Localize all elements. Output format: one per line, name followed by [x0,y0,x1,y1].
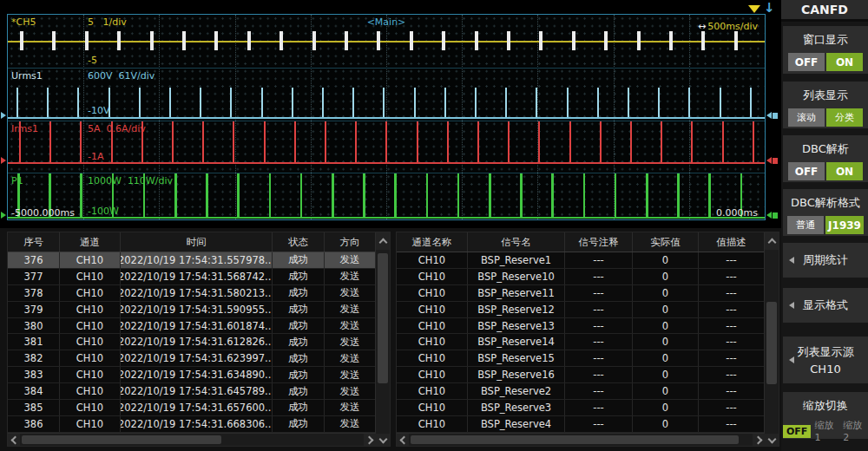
menu-display-format[interactable]: 显示格式 [783,288,868,323]
frame-row[interactable]: 383CH102022/10/19 17:54:31.634890...成功发送 [8,367,376,383]
list-scroll-button[interactable]: 滚动 [788,108,825,127]
table-cell: 379 [8,302,60,317]
signal-row[interactable]: CH10BSP_Reserve14---0--- [397,334,765,350]
frame-row[interactable]: 381CH102022/10/19 17:54:31.612826...成功发送 [8,334,376,350]
horizontal-scroll-thumb[interactable] [411,435,739,444]
signal-row[interactable]: CH10BSP_Reserve15---0--- [397,350,765,367]
scroll-up-button[interactable] [765,232,779,250]
trigger-arrow-icon[interactable]: ↓ [764,2,775,14]
trigger-position-marker[interactable] [748,5,760,13]
frame-row[interactable]: 385CH102022/10/19 17:54:31.657600...成功发送 [8,400,376,416]
sidebar-canfd-menu: CANFD 窗口显示 OFF ON 列表显示 滚动 分类 DBC解析 OFF O… [781,0,868,451]
column-header: 实际值 [633,232,699,252]
scroll-left-button[interactable] [397,434,409,446]
zoom1-button[interactable]: 缩放1 [814,419,839,443]
scroll-up-button[interactable] [376,232,390,250]
signal-row[interactable]: CH10BSP_Reserve16---0--- [397,367,765,383]
table-cell: 发送 [325,318,376,334]
frame-row[interactable]: 378CH102022/10/19 17:54:31.580213...成功发送 [8,285,376,302]
frame-row[interactable]: 386CH102022/10/19 17:54:31.668306...成功发送 [8,416,376,433]
channel-label-irms1: Irms1 [11,123,38,134]
table-cell: 385 [8,400,60,415]
table-cell: 0 [633,269,699,284]
table-cell: CH10 [397,269,468,284]
signal-row[interactable]: CH10BSP_Reserve1---0--- [397,252,765,269]
waveform-spike [345,31,348,50]
scroll-down-button[interactable] [376,434,390,446]
waveform-spike [417,121,418,162]
window-display-on-button[interactable]: ON [826,53,863,71]
table-cell: --- [565,383,633,399]
frame-row[interactable]: 384CH102022/10/19 17:54:31.645789...成功发送 [8,383,376,400]
dbc-decode-off-button[interactable]: OFF [788,162,825,180]
vertical-scrollbar[interactable] [764,232,779,434]
frame-row[interactable]: 379CH102022/10/19 17:54:31.590955...成功发送 [8,302,376,318]
signal-row[interactable]: CH10BSP_Reserve4---0--- [397,416,765,433]
waveform-spike [475,31,478,50]
table-cell: --- [699,416,765,432]
table-cell: 2022/10/19 17:54:31.557978... [121,252,273,268]
signal-row[interactable]: CH10BSP_Reserve2---0--- [397,383,765,400]
waveform-spike [551,173,554,217]
zoom2-button[interactable]: 缩放2 [843,419,868,443]
waveform-spike [720,88,721,117]
dbc-decode-on-button[interactable]: ON [826,162,863,180]
vertical-scroll-thumb[interactable] [378,253,388,383]
menu-list-source[interactable]: 列表显示源 CH10 [783,337,868,383]
signal-row[interactable]: CH10BSP_Reserve10---0--- [397,269,765,285]
table-cell: 0 [633,302,699,317]
waveform-spike [489,173,491,217]
list-classify-button[interactable]: 分类 [826,108,863,127]
table-cell: 发送 [325,285,376,301]
waveform-spike [355,121,357,162]
signal-row[interactable]: CH10BSP_Reserve3---0--- [397,400,765,416]
vertical-scrollbar[interactable] [375,232,390,434]
urms1-left-marker[interactable] [1,112,6,119]
horizontal-scrollbar[interactable] [397,433,765,446]
zoom-off-button[interactable]: OFF [783,425,811,438]
urms1-right-marker[interactable] [766,112,778,119]
table-cell: 发送 [325,367,376,382]
vertical-scroll-thumb[interactable] [766,302,777,384]
table-cell: CH10 [60,269,121,284]
table-cell: CH10 [397,350,468,366]
scroll-left-button[interactable] [8,434,20,446]
main-window-label: <Main> [367,16,406,28]
dbc-format-j1939-button[interactable]: J1939 [825,216,864,234]
p1-left-marker[interactable] [1,212,6,219]
scroll-right-button[interactable] [753,434,765,446]
waveform-spike [49,121,51,162]
frame-row[interactable]: 382CH102022/10/19 17:54:31.623997...成功发送 [8,350,376,367]
window-display-off-button[interactable]: OFF [788,53,825,71]
frame-row[interactable]: 380CH102022/10/19 17:54:31.601874...成功发送 [8,318,376,335]
signal-row[interactable]: CH10BSP_Reserve11---0--- [397,285,765,302]
irms1-right-marker[interactable] [766,157,778,164]
p1-right-marker[interactable] [766,212,778,219]
signal-row[interactable]: CH10BSP_Reserve12---0--- [397,302,765,318]
sidebar-title: CANFD [781,0,868,22]
table-cell: --- [699,367,765,382]
frame-row[interactable]: 377CH102022/10/19 17:54:31.568742...成功发送 [8,269,376,285]
horizontal-scroll-thumb[interactable] [22,435,221,444]
urms1-trace-baseline [8,117,765,119]
menu-period-statistics[interactable]: 周期统计 [783,243,868,278]
scroll-right-button[interactable] [364,434,376,446]
horizontal-scrollbar[interactable] [8,433,376,446]
table-cell: CH10 [397,285,468,301]
waveform-spike [174,173,177,217]
dbc-format-normal-button[interactable]: 普通 [787,216,824,234]
table-cell: 381 [8,334,60,350]
waveform-spike [442,31,445,50]
scroll-down-button[interactable] [765,434,779,446]
irms1-left-marker[interactable] [1,157,6,164]
frame-row[interactable]: 376CH102022/10/19 17:54:31.557978...成功发送 [8,252,376,269]
waveform-spike [16,88,18,117]
table-cell: 成功 [273,367,325,382]
table-cell: --- [699,383,765,399]
signal-row[interactable]: CH10BSP_Reserve13---0--- [397,318,765,335]
waveform-spike [444,88,446,117]
table-cell: --- [565,416,633,432]
waveform-spike [261,88,263,117]
waveform-spike [20,31,23,50]
waveform-spike [688,88,690,117]
